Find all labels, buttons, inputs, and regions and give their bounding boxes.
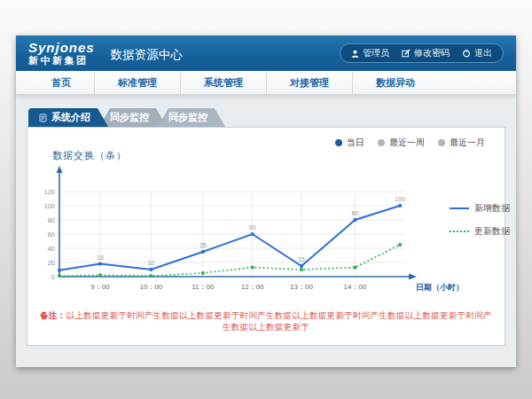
- chart-block: 0204060801001209：0010：0011：0012：0013：001…: [33, 161, 499, 301]
- svg-text:18: 18: [97, 254, 104, 261]
- legend-label: 新增数据: [474, 202, 510, 215]
- logout-button[interactable]: 退出: [462, 47, 492, 59]
- content-area: 系统介绍同步监控同步监控 当日最近一周最近一月 数据交换（条） 02040608…: [16, 94, 516, 367]
- nav-item-5[interactable]: 数据异动: [353, 71, 438, 94]
- svg-text:80: 80: [48, 216, 55, 224]
- y-axis-title: 数据交换（条）: [52, 149, 127, 162]
- svg-text:60: 60: [48, 231, 55, 239]
- tab-bar: 系统介绍同步监控同步监控: [28, 108, 505, 127]
- radio-dot-icon: [335, 139, 342, 146]
- chart-panel: 当日最近一周最近一月 数据交换（条） 0204060801001209：0010…: [27, 127, 505, 346]
- company-logo: Synjones 新中新集团: [28, 41, 95, 66]
- logo-english: Synjones: [28, 41, 95, 54]
- svg-text:11：00: 11：00: [192, 283, 215, 291]
- chart-legend: 新增数据更新数据: [450, 202, 510, 238]
- radio-label: 当日: [347, 137, 364, 149]
- radio-label: 最近一月: [450, 137, 485, 149]
- power-icon: [462, 49, 471, 58]
- document-icon: [39, 113, 47, 122]
- tab-label: 同步监控: [168, 108, 207, 127]
- svg-text:20: 20: [48, 259, 55, 267]
- svg-text:100: 100: [43, 202, 55, 210]
- note-label: 备注：: [40, 310, 66, 320]
- svg-text:10: 10: [147, 260, 154, 266]
- app-header: Synjones 新中新集团 数据资源中心 管理员 修改密码 退出: [16, 35, 516, 71]
- svg-text:60: 60: [249, 224, 256, 231]
- user-name-label: 管理员: [363, 47, 389, 59]
- tab-3[interactable]: 同步监控: [158, 108, 225, 127]
- logo-chinese: 新中新集团: [28, 56, 95, 66]
- svg-text:100: 100: [395, 196, 405, 202]
- legend-swatch-icon: [450, 207, 469, 209]
- svg-text:10：00: 10：00: [139, 283, 162, 291]
- svg-text:9：00: 9：00: [90, 283, 110, 291]
- exchange-line-chart: 0204060801001209：0010：0011：0012：0013：001…: [33, 161, 497, 301]
- change-password-label: 修改密码: [414, 47, 450, 59]
- user-icon: [351, 50, 359, 58]
- radio-label: 最近一周: [389, 137, 425, 149]
- logout-label: 退出: [474, 47, 492, 59]
- svg-text:14：00: 14：00: [344, 283, 367, 291]
- radio-dot-icon: [438, 139, 445, 146]
- legend-swatch-icon: [450, 231, 469, 232]
- time-range-filters: 当日最近一周最近一月: [335, 137, 485, 149]
- footer-note: 备注：以上数据更新于时间产生数据以上数据更新于时间产生数据以上数据更新于时间产生…: [40, 310, 492, 333]
- svg-text:日期（小时）: 日期（小时）: [416, 283, 464, 292]
- svg-text:0: 0: [51, 273, 55, 281]
- page-title: 数据资源中心: [111, 43, 183, 63]
- legend-label: 更新数据: [474, 225, 510, 238]
- svg-text:40: 40: [48, 245, 55, 253]
- user-toolbar: 管理员 修改密码 退出: [340, 43, 504, 63]
- svg-text:15: 15: [298, 256, 305, 262]
- nav-item-4[interactable]: 对接管理: [267, 71, 353, 94]
- tab-label: 系统介绍: [51, 108, 90, 127]
- tab-2[interactable]: 同步监控: [99, 108, 167, 127]
- svg-text:80: 80: [352, 210, 359, 216]
- nav-item-1[interactable]: 首页: [28, 71, 95, 94]
- portal-window: Synjones 新中新集团 数据资源中心 管理员 修改密码 退出 首页标准: [16, 35, 516, 367]
- note-text: 以上数据更新于时间产生数据以上数据更新于时间产生数据以上数据更新于时间产生数据以…: [66, 310, 492, 332]
- legend-item-1: 新增数据: [450, 202, 510, 215]
- legend-item-2: 更新数据: [450, 225, 510, 238]
- svg-text:12：00: 12：00: [241, 283, 264, 291]
- change-password-button[interactable]: 修改密码: [402, 47, 450, 59]
- svg-text:13：00: 13：00: [290, 283, 313, 291]
- radio-1[interactable]: 当日: [335, 137, 364, 149]
- tab-1[interactable]: 系统介绍: [28, 108, 108, 127]
- nav-item-2[interactable]: 标准管理: [95, 71, 181, 94]
- nav-item-3[interactable]: 系统管理: [181, 71, 267, 94]
- main-nav: 首页标准管理系统管理对接管理数据异动: [16, 71, 516, 95]
- radio-3[interactable]: 最近一月: [438, 137, 485, 149]
- svg-text:120: 120: [43, 188, 55, 196]
- tab-label: 同步监控: [110, 108, 149, 127]
- svg-text:35: 35: [200, 242, 207, 248]
- edit-icon: [402, 49, 411, 58]
- radio-2[interactable]: 最近一周: [378, 137, 425, 149]
- desktop-background: Synjones 新中新集团 数据资源中心 管理员 修改密码 退出 首页标准: [0, 0, 532, 399]
- radio-dot-icon: [378, 139, 385, 146]
- user-menu[interactable]: 管理员: [351, 47, 389, 59]
